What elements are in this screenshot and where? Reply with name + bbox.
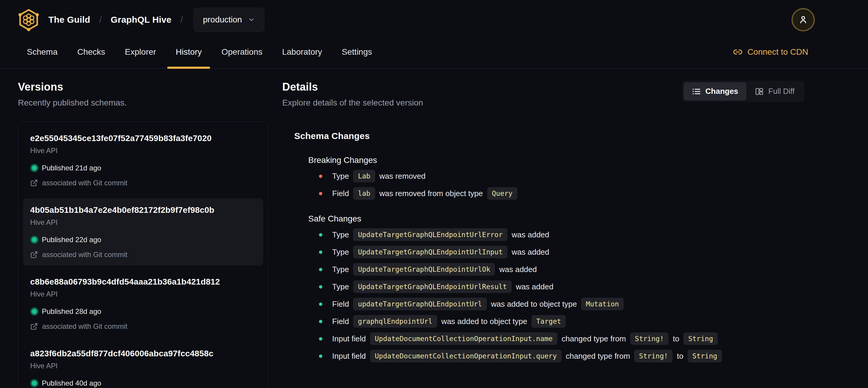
tab-checks[interactable]: Checks bbox=[78, 36, 105, 68]
code-badge: UpdateTargetGraphQLEndpointUrlError bbox=[353, 228, 507, 241]
tab-history[interactable]: History bbox=[176, 36, 202, 68]
changes-view-button[interactable]: Changes bbox=[684, 82, 747, 100]
bullet-dot bbox=[319, 175, 322, 178]
git-commit-text: associated with Git commit bbox=[42, 250, 127, 259]
change-row: TypeUpdateTargetGraphQLEndpointUrlOkwas … bbox=[319, 263, 804, 276]
tab-settings[interactable]: Settings bbox=[342, 36, 372, 68]
details-header: Details Explore details of the selected … bbox=[282, 69, 804, 108]
external-link-icon bbox=[30, 179, 38, 187]
version-item[interactable]: c8b6e88a06793b9c4dfd54aaa21b36a1b421d812… bbox=[23, 270, 263, 337]
code-badge: updateTargetGraphQLEndpointUrl bbox=[353, 298, 487, 310]
change-text: was added bbox=[512, 247, 549, 257]
change-text: Input field bbox=[332, 352, 366, 361]
git-commit-link[interactable]: associated with Git commit bbox=[30, 178, 256, 187]
bullet-dot bbox=[319, 302, 322, 306]
chevron-down-icon bbox=[248, 16, 255, 23]
bullet-dot bbox=[319, 268, 322, 271]
change-section-breaking: Breaking ChangesTypeLabwas removedFieldl… bbox=[308, 155, 804, 200]
change-row: TypeUpdateTargetGraphQLEndpointUrlErrorw… bbox=[319, 228, 804, 241]
bullet-dot bbox=[319, 250, 322, 254]
versions-column: Versions Recently published schemas. e2e… bbox=[18, 69, 268, 388]
bullet-dot bbox=[319, 233, 322, 236]
change-row: TypeUpdateTargetGraphQLEndpointUrlInputw… bbox=[319, 246, 804, 258]
code-badge: String bbox=[683, 332, 718, 345]
list-icon bbox=[692, 87, 701, 96]
change-list: TypeUpdateTargetGraphQLEndpointUrlErrorw… bbox=[308, 228, 804, 362]
tab-operations[interactable]: Operations bbox=[221, 36, 262, 68]
breadcrumb-project[interactable]: GraphQL Hive bbox=[111, 14, 172, 25]
code-badge: Query bbox=[487, 187, 517, 200]
code-badge: Target bbox=[531, 315, 566, 328]
connect-to-cdn-button[interactable]: Connect to CDN bbox=[733, 47, 808, 57]
published-status-dot bbox=[32, 237, 37, 242]
version-status: Published 28d ago bbox=[30, 307, 256, 316]
change-text: Field bbox=[332, 300, 349, 309]
published-status-dot bbox=[32, 165, 37, 171]
git-commit-link[interactable]: associated with Git commit bbox=[30, 250, 256, 259]
code-badge: UpdateTargetGraphQLEndpointUrlOk bbox=[353, 263, 495, 276]
change-text: was added bbox=[512, 230, 549, 239]
change-row: TypeLabwas removed bbox=[319, 170, 804, 182]
version-service-name: Hive API bbox=[30, 218, 256, 227]
external-link-icon bbox=[30, 251, 38, 259]
version-hash: e2e55045345ce13fe07f52a77459b83fa3fe7020 bbox=[30, 133, 256, 144]
code-badge: Mutation bbox=[581, 298, 624, 310]
code-badge: String! bbox=[630, 332, 669, 345]
version-status: Published 22d ago bbox=[30, 235, 256, 244]
hive-logo-icon[interactable] bbox=[18, 8, 39, 31]
change-text: Type bbox=[332, 230, 349, 239]
tab-laboratory[interactable]: Laboratory bbox=[282, 36, 322, 68]
published-status-dot bbox=[32, 381, 37, 386]
details-column: Details Explore details of the selected … bbox=[282, 69, 804, 362]
breadcrumb-org[interactable]: The Guild bbox=[49, 14, 90, 25]
change-row: Input fieldUpdateDocumentCollectionOpera… bbox=[319, 332, 804, 345]
bullet-dot bbox=[319, 192, 322, 195]
change-sections: Breaking ChangesTypeLabwas removedFieldl… bbox=[294, 155, 804, 362]
full-diff-view-button[interactable]: Full Diff bbox=[746, 82, 803, 100]
columns-icon bbox=[755, 87, 764, 96]
details-title: Details bbox=[282, 81, 423, 93]
git-commit-text: associated with Git commit bbox=[42, 178, 127, 187]
change-row: Input fieldUpdateDocumentCollectionOpera… bbox=[319, 350, 804, 362]
tab-schema[interactable]: Schema bbox=[27, 36, 58, 68]
version-hash: 4b05ab51b1b4a7e2e4b0ef82172f2b9f7ef98c0b bbox=[30, 205, 256, 215]
version-item[interactable]: a823f6db2a55df877dcf406006abca97fcc4858c… bbox=[23, 342, 263, 388]
change-section-title: Safe Changes bbox=[308, 214, 804, 223]
tab-bar: SchemaChecksExplorerHistoryOperationsLab… bbox=[27, 36, 372, 68]
breadcrumb-separator: / bbox=[180, 14, 183, 25]
change-text: was added to object type bbox=[491, 300, 577, 309]
code-badge: String bbox=[688, 350, 722, 362]
code-badge: UpdateTargetGraphQLEndpointUrlResult bbox=[353, 280, 512, 293]
breadcrumb: The Guild / GraphQL Hive / production bbox=[18, 8, 265, 32]
version-item[interactable]: 4b05ab51b1b4a7e2e4b0ef82172f2b9f7ef98c0b… bbox=[23, 198, 263, 266]
view-toggle-group: Changes Full Diff bbox=[682, 81, 804, 102]
bullet-dot bbox=[319, 355, 322, 358]
change-row: TypeUpdateTargetGraphQLEndpointUrlResult… bbox=[319, 280, 804, 293]
connect-to-cdn-label: Connect to CDN bbox=[747, 47, 808, 57]
code-badge: graphqlEndpointUrl bbox=[353, 315, 437, 328]
bullet-dot bbox=[319, 337, 322, 340]
change-text: Type bbox=[332, 172, 349, 181]
bullet-dot bbox=[319, 285, 322, 289]
version-item[interactable]: e2e55045345ce13fe07f52a77459b83fa3fe7020… bbox=[23, 126, 263, 194]
git-commit-link[interactable]: associated with Git commit bbox=[30, 322, 256, 331]
change-section-safe: Safe ChangesTypeUpdateTargetGraphQLEndpo… bbox=[308, 214, 804, 362]
version-status-text: Published 22d ago bbox=[42, 235, 101, 244]
change-text: Field bbox=[332, 317, 349, 326]
tab-explorer[interactable]: Explorer bbox=[125, 36, 156, 68]
version-service-name: Hive API bbox=[30, 146, 256, 155]
change-text: to bbox=[673, 334, 679, 344]
version-service-name: Hive API bbox=[30, 361, 256, 370]
code-badge: lab bbox=[353, 187, 375, 200]
code-badge: String! bbox=[634, 350, 673, 362]
change-text: was added bbox=[516, 282, 554, 292]
target-selector-dropdown[interactable]: production bbox=[193, 8, 265, 32]
change-row: FieldgraphqlEndpointUrlwas added to obje… bbox=[319, 315, 804, 328]
version-status-text: Published 40d ago bbox=[42, 379, 101, 388]
code-badge: UpdateTargetGraphQLEndpointUrlInput bbox=[353, 246, 507, 258]
code-badge: Lab bbox=[353, 170, 375, 182]
change-text: to bbox=[677, 352, 683, 361]
change-section-title: Breaking Changes bbox=[308, 155, 804, 165]
user-avatar-button[interactable] bbox=[792, 8, 815, 31]
breadcrumb-separator: / bbox=[99, 14, 101, 25]
